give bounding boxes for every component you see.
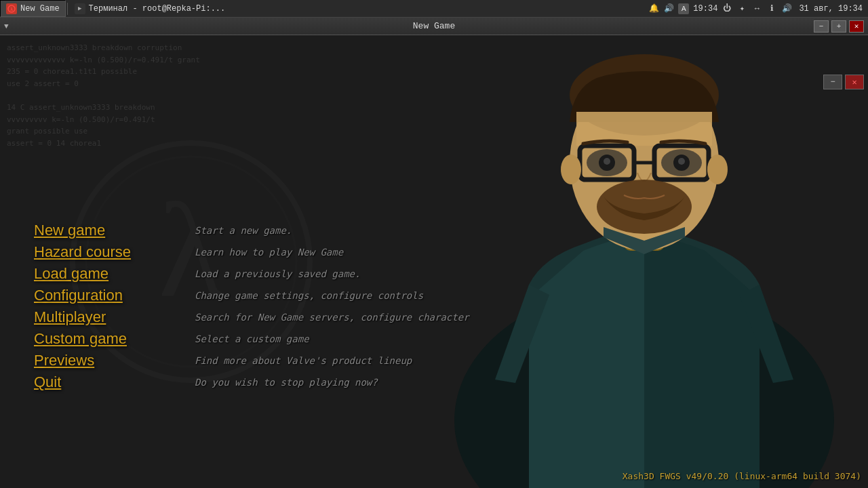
taskbar-app-label: New Game (20, 4, 60, 14)
taskbar-divider (67, 3, 68, 15)
svg-point-19 (604, 158, 610, 165)
window-controls: − + ✕ (814, 20, 864, 33)
taskbar: λ New Game ▶ Терминал - root@Repka-Pi:..… (0, 0, 868, 18)
menu-item-desc-3: Change game settings, configure controls (195, 290, 423, 301)
menu-item-label-load-game[interactable]: Load game (34, 265, 186, 283)
menu-item-row: Load gameLoad a previously saved game. (34, 265, 469, 283)
version-text: Xash3D FWGS v49/0.20 (linux-arm64 build … (623, 471, 861, 481)
taskbar-time: 19:34 (693, 4, 717, 14)
window-titlebar: ▼ New Game − + ✕ (0, 18, 868, 35)
menu-item-desc-5: Select a custom game (195, 333, 309, 344)
menu-item-label-custom-game[interactable]: Custom game (34, 330, 186, 348)
tray-keyboard-icon[interactable]: A (678, 3, 689, 14)
menu-item-label-multiplayer[interactable]: Multiplayer (34, 308, 186, 326)
menu-item-row: New gameStart a new game. (34, 222, 469, 239)
menu-item-desc-6: Find more about Valve's product lineup (195, 355, 412, 366)
menu-item-label-hazard-course[interactable]: Hazard course (34, 243, 186, 261)
taskbar-date: 31 авг, 19:34 (799, 4, 863, 14)
tray-bell-icon[interactable]: 🔔 (648, 3, 659, 14)
game-icon: λ (6, 3, 17, 14)
svg-point-21 (597, 180, 692, 234)
menu-item-row: QuitDo you wish to stop playing now? (34, 373, 469, 391)
window-maximize-button[interactable]: + (831, 20, 846, 33)
character-area (391, 35, 868, 488)
menu-item-desc-2: Load a previously saved game. (195, 268, 360, 279)
svg-point-23 (707, 155, 728, 184)
svg-point-22 (561, 155, 581, 184)
window-minimize-button[interactable]: − (814, 20, 829, 33)
svg-point-20 (678, 158, 685, 165)
ingame-controls: − ✕ (823, 75, 864, 89)
game-background: assert_unknown3333 breakdown corruption … (0, 35, 868, 488)
taskbar-terminal[interactable]: ▶ Терминал - root@Repka-Pi:... (69, 0, 231, 17)
window-menu-icon[interactable]: ▼ (4, 22, 9, 30)
menu-item-label-quit[interactable]: Quit (34, 373, 186, 391)
tray-network-icon[interactable]: ↔ (751, 3, 762, 14)
tray-power-icon[interactable]: ⏻ (722, 3, 732, 14)
menu-item-desc-4: Search for New Game servers, configure c… (195, 312, 469, 323)
menu-item-desc-0: Start a new game. (195, 225, 292, 236)
ingame-minimize-button[interactable]: − (823, 75, 842, 89)
terminal-icon: ▶ (75, 3, 85, 14)
window-close-button[interactable]: ✕ (849, 20, 864, 33)
menu-item-row: PreviewsFind more about Valve's product … (34, 352, 469, 369)
tray-volume-icon[interactable]: 🔊 (663, 3, 674, 14)
game-area: assert_unknown3333 breakdown corruption … (0, 35, 868, 488)
svg-text:λ: λ (10, 7, 13, 12)
ingame-close-button[interactable]: ✕ (845, 75, 864, 89)
menu-item-row: Custom gameSelect a custom game (34, 330, 469, 348)
menu-item-label-new-game[interactable]: New game (34, 222, 186, 239)
menu-item-desc-7: Do you wish to stop playing now? (195, 377, 378, 388)
tray-info-icon[interactable]: ℹ (766, 3, 777, 14)
tray-sound-icon[interactable]: 🔊 (781, 3, 792, 14)
taskbar-terminal-label: Терминал - root@Repka-Pi:... (89, 4, 226, 14)
menu-item-row: MultiplayerSearch for New Game servers, … (34, 308, 469, 326)
window-title: New Game (413, 21, 455, 31)
taskbar-app-game[interactable]: λ New Game (0, 0, 66, 17)
menu-item-row: Hazard courseLearn how to play New Game (34, 243, 469, 261)
taskbar-right: 🔔 🔊 A 19:34 ⏻ ✦ ↔ ℹ 🔊 31 авг, 19:34 (643, 3, 868, 14)
tray-bluetooth-icon[interactable]: ✦ (736, 3, 747, 14)
menu-item-label-configuration[interactable]: Configuration (34, 287, 186, 304)
menu-item-row: ConfigurationChange game settings, confi… (34, 287, 469, 304)
menu-container: New gameStart a new game.Hazard courseLe… (34, 222, 469, 395)
menu-item-desc-1: Learn how to play New Game (195, 247, 343, 258)
menu-item-label-previews[interactable]: Previews (34, 352, 186, 369)
